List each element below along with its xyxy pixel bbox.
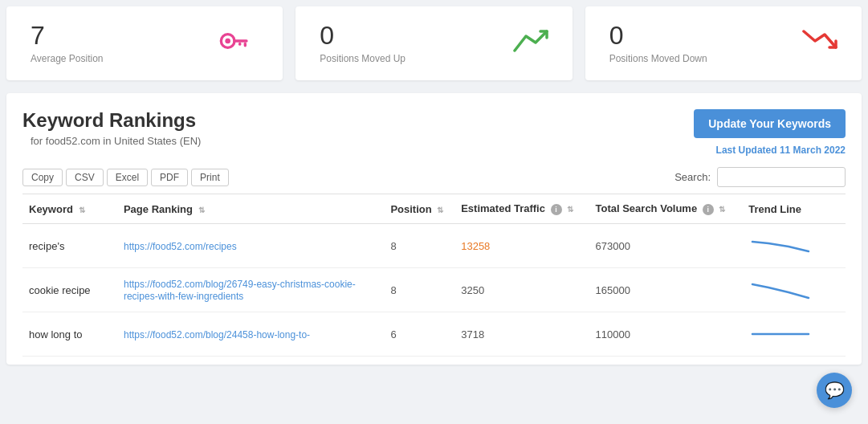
trend-line-cell — [742, 224, 846, 268]
main-content: Keyword Rankings for food52.com in Unite… — [6, 93, 862, 365]
key-icon — [218, 29, 259, 59]
last-updated-label: Last Updated — [716, 145, 777, 156]
toolbar: Copy CSV Excel PDF Print Search: — [22, 167, 846, 187]
page-ranking-cell[interactable]: https://food52.com/recipes — [117, 224, 384, 268]
pdf-button[interactable]: PDF — [151, 169, 188, 186]
estimated-traffic-cell: 3250 — [454, 268, 589, 312]
page-ranking-link[interactable]: https://food52.com/blog/24458-how-long-t… — [124, 329, 310, 340]
total-search-volume-cell: 673000 — [589, 224, 743, 268]
page-ranking-link[interactable]: https://food52.com/recipes — [124, 241, 237, 252]
toolbar-right: Search: — [674, 167, 846, 187]
trend-line-cell — [742, 312, 846, 357]
arrow-down-icon — [802, 28, 837, 59]
rankings-subtitle: for food52.com in United States (EN) — [22, 135, 201, 147]
estimated-traffic-info-icon[interactable]: i — [551, 204, 562, 215]
toolbar-left: Copy CSV Excel PDF Print — [22, 169, 229, 186]
rankings-right: Update Your Keywords Last Updated 11 Mar… — [694, 109, 846, 156]
position-cell: 8 — [384, 268, 454, 312]
table-row: cookie recipe https://food52.com/blog/26… — [22, 268, 846, 312]
rankings-title-block: Keyword Rankings for food52.com in Unite… — [22, 109, 201, 147]
rankings-title: Keyword Rankings — [22, 109, 201, 132]
search-input[interactable] — [717, 167, 846, 187]
page-ranking-cell[interactable]: https://food52.com/blog/24458-how-long-t… — [117, 312, 384, 357]
total-search-volume-info-icon[interactable]: i — [703, 204, 714, 215]
table-row: how long to https://food52.com/blog/2445… — [22, 312, 846, 357]
stat-card-positions-up: 0 Positions Moved Up — [295, 6, 572, 80]
last-updated-date: 11 March 2022 — [780, 145, 846, 156]
stat-card-avg-position: 7 Average Position — [6, 6, 283, 80]
col-header-trend-line: Trend Line — [742, 194, 846, 224]
estimated-traffic-cell: 3718 — [454, 312, 589, 357]
keyword-table: Keyword ⇅ Page Ranking ⇅ Position ⇅ Esti… — [22, 194, 846, 357]
stats-section: 7 Average Position 0 Positions Moved Up — [0, 0, 868, 87]
print-button[interactable]: Print — [191, 169, 229, 186]
positions-up-label: Positions Moved Up — [320, 53, 405, 64]
position-cell: 6 — [384, 312, 454, 357]
svg-point-1 — [226, 38, 231, 43]
table-header-row: Keyword ⇅ Page Ranking ⇅ Position ⇅ Esti… — [22, 194, 846, 224]
trend-line-cell — [742, 268, 846, 312]
col-header-page-ranking[interactable]: Page Ranking ⇅ — [117, 194, 384, 224]
keyword-cell: how long to — [22, 312, 117, 357]
col-header-position[interactable]: Position ⇅ — [384, 194, 454, 224]
svg-rect-4 — [238, 42, 241, 45]
excel-button[interactable]: Excel — [107, 169, 148, 186]
stat-card-positions-down: 0 Positions Moved Down — [585, 6, 862, 80]
csv-button[interactable]: CSV — [66, 169, 104, 186]
col-header-total-search-volume[interactable]: Total Search Volume i ⇅ — [589, 194, 743, 224]
stat-left-avg-position: 7 Average Position — [31, 22, 104, 64]
keyword-cell: cookie recipe — [22, 268, 117, 312]
search-label: Search: — [674, 171, 711, 183]
page-ranking-link[interactable]: https://food52.com/blog/26749-easy-chris… — [124, 279, 356, 302]
table-row: recipe's https://food52.com/recipes 8 13… — [22, 224, 846, 268]
estimated-traffic-cell: 13258 — [454, 224, 589, 268]
keyword-sort-icon: ⇅ — [79, 206, 85, 214]
avg-position-number: 7 — [31, 22, 104, 48]
keyword-cell: recipe's — [22, 224, 117, 268]
stat-left-positions-down: 0 Positions Moved Down — [609, 22, 707, 64]
copy-button[interactable]: Copy — [22, 169, 63, 186]
update-keywords-button[interactable]: Update Your Keywords — [694, 109, 846, 138]
col-header-keyword[interactable]: Keyword ⇅ — [22, 194, 117, 224]
positions-up-number: 0 — [320, 22, 405, 48]
col-header-estimated-traffic[interactable]: Estimated Traffic i ⇅ — [454, 194, 589, 224]
avg-position-label: Average Position — [31, 53, 104, 64]
page-ranking-cell[interactable]: https://food52.com/blog/26749-easy-chris… — [117, 268, 384, 312]
svg-rect-3 — [244, 42, 247, 47]
rankings-header: Keyword Rankings for food52.com in Unite… — [22, 109, 846, 156]
positions-down-number: 0 — [609, 22, 707, 48]
estimated-traffic-sort-icon: ⇅ — [567, 205, 573, 214]
total-search-volume-sort-icon: ⇅ — [719, 205, 725, 214]
page-ranking-sort-icon: ⇅ — [198, 206, 205, 214]
position-cell: 8 — [384, 224, 454, 268]
positions-down-label: Positions Moved Down — [609, 53, 707, 64]
total-search-volume-cell: 165000 — [589, 268, 743, 312]
last-updated: Last Updated 11 March 2022 — [716, 145, 846, 156]
svg-rect-2 — [234, 39, 248, 42]
arrow-up-icon — [513, 28, 548, 59]
stat-left-positions-up: 0 Positions Moved Up — [320, 22, 405, 64]
position-sort-icon: ⇅ — [437, 206, 443, 214]
total-search-volume-cell: 110000 — [589, 312, 743, 357]
table-body: recipe's https://food52.com/recipes 8 13… — [22, 224, 846, 357]
